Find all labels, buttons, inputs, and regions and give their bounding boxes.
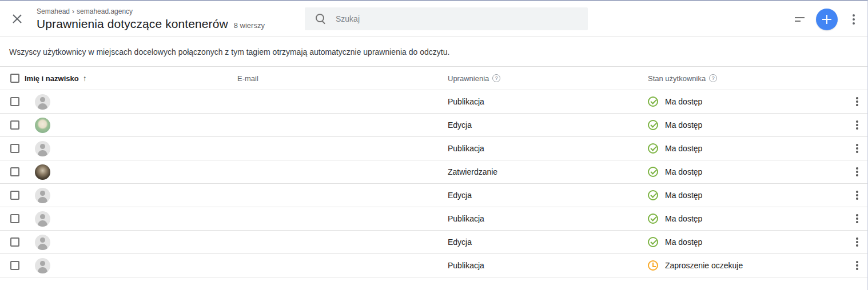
table-row: Edycja Ma dostęp [0,184,867,207]
avatar [35,258,50,273]
breadcrumb-separator: › [72,7,74,15]
close-button[interactable] [7,9,27,29]
avatar [35,164,50,180]
status-label: Ma dostęp [665,97,702,106]
row-more-options-button[interactable] [856,214,858,224]
row-checkbox[interactable] [10,120,19,130]
table-row: Publikacja Ma dostęp [0,90,867,114]
row-checkbox[interactable] [10,167,19,176]
check-circle-icon [648,167,658,177]
row-checkbox[interactable] [10,191,19,200]
filter-button[interactable] [790,9,810,30]
check-circle-icon [648,237,658,247]
search-icon [315,13,327,25]
close-icon [12,14,22,24]
table-row: Publikacja Zaproszenie oczekuje [0,254,867,277]
more-options-button[interactable] [845,9,863,30]
breadcrumb-account: Semahead [37,7,70,15]
search-box[interactable] [305,7,588,30]
container-permissions-dialog: Semahead›semahead.agency Uprawnienia dot… [0,0,868,290]
row-checkbox[interactable] [10,144,19,153]
row-count-label: 8 wierszy [234,21,265,30]
status-label: Ma dostęp [665,144,702,153]
status-label: Ma dostęp [665,120,702,130]
permission-value: Zatwierdzanie [443,167,643,176]
permission-value: Edycja [443,237,643,247]
row-more-options-button[interactable] [856,260,858,271]
table-header: Imię i nazwisko ↑ E-mail Uprawnienia ? S… [0,67,867,90]
column-header-permission: Uprawnienia ? [443,74,643,83]
avatar [35,94,50,110]
add-user-button[interactable] [816,9,838,30]
avatar [35,188,50,203]
permission-value: Publikacja [443,144,643,153]
breadcrumb-container: semahead.agency [77,7,133,15]
help-icon[interactable]: ? [492,74,500,82]
check-circle-icon [648,143,658,154]
avatar [35,211,50,227]
permission-value: Edycja [443,191,643,200]
row-more-options-button[interactable] [856,96,858,107]
column-header-name[interactable]: Imię i nazwisko ↑ [25,74,233,83]
filter-icon [795,17,805,22]
column-header-email: E-mail [233,74,443,83]
table-row: Zatwierdzanie Ma dostęp [0,160,867,184]
header-checkbox-cell [0,74,25,83]
permission-value: Publikacja [443,214,643,223]
avatar [35,141,50,156]
row-more-options-button[interactable] [856,120,858,130]
search-input[interactable] [336,7,588,30]
table-row: Edycja Ma dostęp [0,114,867,137]
row-checkbox[interactable] [10,214,19,223]
topbar-actions [790,1,863,38]
row-checkbox[interactable] [10,97,19,106]
status-label: Zaproszenie oczekuje [665,261,743,270]
permission-value: Publikacja [443,261,643,270]
status-label: Ma dostęp [665,167,702,176]
row-checkbox[interactable] [10,261,19,270]
row-checkbox[interactable] [10,237,19,247]
row-more-options-button[interactable] [856,190,858,200]
table-row: Publikacja Ma dostęp [0,137,867,160]
select-all-checkbox[interactable] [10,74,19,83]
help-icon[interactable]: ? [709,74,717,82]
auto-read-permission-notice: Wszyscy użytkownicy w miejscach docelowy… [0,37,867,67]
row-more-options-button[interactable] [856,143,858,154]
check-circle-icon [648,214,658,224]
row-more-options-button[interactable] [856,237,858,247]
table-row: Edycja Ma dostęp [0,231,867,254]
check-circle-icon [648,190,658,200]
permission-value: Edycja [443,120,643,130]
permission-value: Publikacja [443,97,643,106]
avatar [35,235,50,250]
check-circle-icon [648,96,658,107]
avatar [35,118,50,133]
table-row: Publikacja Ma dostęp [0,207,867,231]
sort-ascending-icon: ↑ [83,74,87,83]
title-block: Semahead›semahead.agency Uprawnienia dot… [37,7,265,31]
status-label: Ma dostęp [665,191,702,200]
check-circle-icon [648,120,658,130]
column-header-status: Stan użytkownika ? [643,74,846,83]
row-more-options-button[interactable] [856,167,858,177]
clock-icon [648,260,658,271]
top-bar: Semahead›semahead.agency Uprawnienia dot… [0,1,867,37]
page-title: Uprawnienia dotyczące kontenerów [37,17,228,31]
status-label: Ma dostęp [665,237,702,247]
status-label: Ma dostęp [665,214,702,223]
breadcrumb: Semahead›semahead.agency [37,7,265,15]
